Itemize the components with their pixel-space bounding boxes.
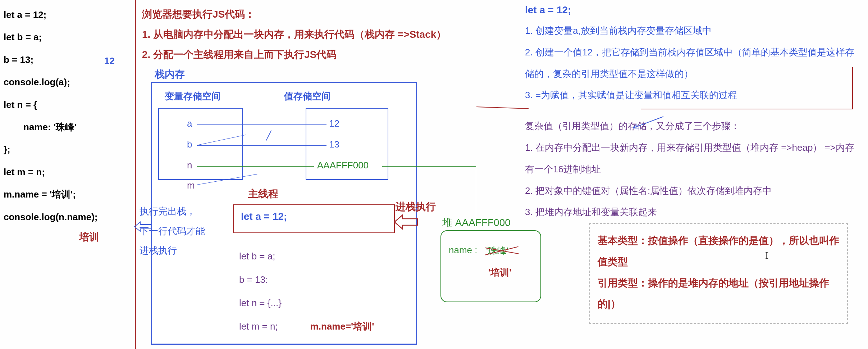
connector-step-horiz — [641, 109, 853, 109]
dash-mark: ╱ — [266, 131, 271, 141]
mid-title: 浏览器想要执行JS代码： — [142, 4, 446, 24]
right-purple-3: 3. 把堆内存地址和变量关联起来 — [525, 201, 856, 223]
mid-step-2: 2. 分配一个主线程用来自上而下执行JS代码 — [142, 45, 446, 65]
val-13: 13 — [329, 139, 339, 150]
right-blue-1: 1. 创建变量a,放到当前栈内存变量存储区域中 — [525, 20, 856, 42]
left-code-column: let a = 12; let b = a; b = 13; console.l… — [4, 4, 129, 244]
code-line-8: let m = n; — [4, 161, 129, 183]
pop-line-3: 进栈执行 — [140, 241, 205, 260]
code-line-2: let b = a; — [4, 26, 129, 48]
line-b-13 — [197, 145, 326, 146]
code-line-9: m.name = '培训'; — [4, 183, 129, 205]
exec-current-line: let a = 12; — [241, 211, 287, 222]
var-b: b — [187, 139, 192, 150]
right-purple-2: 2. 把对象中的键值对（属性名:属性值）依次存储到堆内存中 — [525, 180, 856, 202]
queue-2: b = 13: — [239, 268, 374, 291]
line-a-12 — [197, 124, 326, 125]
mainthread-label: 主线程 — [248, 187, 278, 201]
mid-step-1: 1. 从电脑内存中分配出一块内存，用来执行代码（栈内存 =>Stack） — [142, 24, 446, 45]
pop-line-1: 执行完出栈， — [140, 201, 205, 221]
vertical-separator — [135, 0, 136, 349]
var-m: m — [187, 180, 195, 191]
queue-3: let n = {...} — [239, 291, 374, 315]
right-blue-3: 3. =为赋值，其实赋值是让变量和值相互关联的过程 — [525, 85, 856, 106]
var-a: a — [187, 118, 192, 129]
summary-line-2: 引用类型：操作的是堆内存的地址（按引用地址操作的|） — [598, 273, 839, 315]
code-line-4: console.log(a); — [4, 71, 129, 93]
right-blue-2: 2. 创建一个值12，把它存储到当前栈内存值区域中（简单的基本类型值是这样存储的… — [525, 42, 856, 85]
mid-header: 浏览器想要执行JS代码： 1. 从电脑内存中分配出一块内存，用来执行代码（栈内存… — [142, 4, 446, 65]
right-purple-1: 1. 在内存中分配出一块新内存，用来存储引用类型值（堆内存 =>heap） =>… — [525, 137, 856, 180]
code-line-6: name: '珠峰' — [4, 116, 129, 138]
heap-name-key: name : — [449, 245, 478, 256]
var-n: n — [187, 160, 192, 171]
queue-mname: m.name='培训' — [310, 321, 374, 332]
val-12: 12 — [329, 118, 339, 129]
exec-queue: let b = a; b = 13: let n = {...} let m =… — [239, 245, 374, 338]
heap-new-value: '培训' — [488, 266, 511, 279]
code-line-1: let a = 12; — [4, 4, 129, 26]
right-title: let a = 12; — [525, 4, 856, 16]
push-stack-label: 进栈执行 — [396, 200, 436, 214]
heap-label: 堆 AAAFFF000 — [442, 216, 511, 230]
arrow-pop-icon — [134, 221, 152, 235]
connector-step-down — [852, 67, 853, 109]
summary-line-1: 基本类型：按值操作（直接操作的是值），所以也叫作值类型 — [598, 230, 839, 273]
queue-4: let m = n; — [239, 321, 278, 332]
code-line-10: console.log(n.name); — [4, 206, 129, 228]
arrow-down-icon — [629, 116, 665, 132]
text-cursor-icon: I — [765, 250, 768, 261]
val-storage-header: 值存储空间 — [284, 90, 331, 103]
code-line-5: let n = { — [4, 94, 129, 116]
val-addr: AAAFFF000 — [317, 160, 369, 171]
summary-box: 基本类型：按值操作（直接操作的是值），所以也叫作值类型 引用类型：操作的是堆内存… — [589, 223, 848, 324]
line-addr-right — [382, 166, 476, 167]
result-a-value: 12 — [104, 55, 115, 67]
stack-label: 栈内存 — [155, 68, 185, 81]
right-purple-0: 复杂值（引用类型值）的存储，又分成了三个步骤： — [525, 115, 856, 137]
connector-step3-left — [476, 106, 529, 109]
result-name-value: 培训 — [79, 230, 129, 244]
line-n-addr — [197, 166, 314, 167]
queue-1: let b = a; — [239, 245, 374, 268]
var-storage-header: 变量存储空间 — [165, 90, 221, 103]
code-line-7: }; — [4, 138, 129, 160]
right-explanation-column: let a = 12; 1. 创建变量a,放到当前栈内存变量存储区域中 2. 创… — [525, 4, 856, 223]
arrow-push-icon — [394, 214, 419, 232]
